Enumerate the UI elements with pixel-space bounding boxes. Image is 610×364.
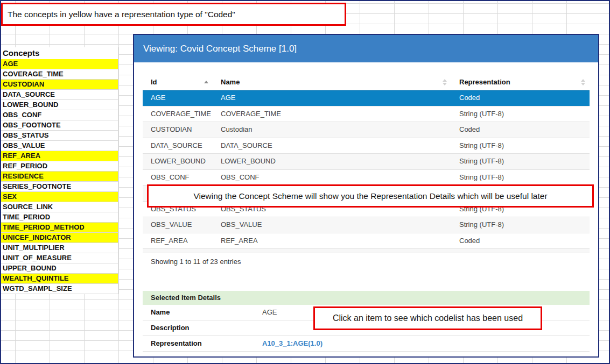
- concepts-header: Concepts: [1, 47, 118, 59]
- column-header-representation[interactable]: Representation: [451, 78, 590, 86]
- cell-representation: String (UTF-8): [451, 217, 590, 233]
- concept-cell[interactable]: REF_AREA: [1, 151, 118, 161]
- table-header: Id Name Representation: [143, 74, 590, 90]
- sort-both-icon: [443, 79, 447, 85]
- concept-cell[interactable]: SEX: [1, 192, 118, 202]
- scheme-table-body: AGEAGECodedCOVERAGE_TIMECOVERAGE_TIMEStr…: [143, 90, 590, 253]
- cell-name: DATA_SOURCE: [213, 138, 451, 154]
- table-row-partial[interactable]: [143, 249, 590, 253]
- concept-cell[interactable]: COVERAGE_TIME: [1, 69, 118, 80]
- column-header-representation-label: Representation: [459, 78, 510, 86]
- table-row[interactable]: DATA_SOURCEDATA_SOURCEString (UTF-8): [143, 138, 590, 154]
- callout-middle: Viewing the Concept Scheme will show you…: [147, 184, 594, 208]
- cell-name: OBS_CONF: [213, 170, 451, 185]
- cell-id: CUSTODIAN: [143, 122, 213, 138]
- cell-representation: String (UTF-8): [451, 106, 590, 122]
- table-row[interactable]: CUSTODIANCustodianCoded: [143, 122, 590, 138]
- concepts-items: AGECOVERAGE_TIMECUSTODIANDATA_SOURCELOWE…: [1, 59, 118, 294]
- cell-representation: Coded: [451, 122, 590, 138]
- cell-name: Custodian: [213, 122, 451, 138]
- cell-id: REF_AREA: [143, 233, 213, 249]
- callout-text: Viewing the Concept Scheme will show you…: [193, 191, 547, 201]
- cell-representation: Coded: [451, 90, 590, 106]
- details-row: RepresentationA10_3_1:AGE(1.0): [143, 336, 590, 352]
- concept-cell[interactable]: UNIT_OF_MEASURE: [1, 253, 118, 263]
- table-row[interactable]: AGEAGECoded: [143, 90, 590, 106]
- concept-cell[interactable]: SOURCE_LINK: [1, 202, 118, 212]
- concept-cell[interactable]: WGTD_SAMPL_SIZE: [1, 284, 118, 294]
- cell-name: COVERAGE_TIME: [213, 106, 451, 122]
- concept-cell[interactable]: RESIDENCE: [1, 172, 118, 182]
- cell-id: OBS_CONF: [143, 170, 213, 185]
- concept-cell[interactable]: UPPER_BOUND: [1, 263, 118, 274]
- cell-name: OBS_VALUE: [213, 217, 451, 233]
- column-header-name-label: Name: [221, 78, 240, 86]
- table-row[interactable]: COVERAGE_TIMECOVERAGE_TIMEString (UTF-8): [143, 106, 590, 123]
- callout-text: The concepts in yellow have a representa…: [8, 10, 235, 19]
- concept-cell[interactable]: TIME_PERIOD: [1, 212, 118, 223]
- concept-cell[interactable]: CUSTODIAN: [1, 80, 118, 90]
- concept-cell[interactable]: TIME_PERIOD_METHOD: [1, 223, 118, 233]
- cell-name: LOWER_BOUND: [213, 154, 451, 169]
- cell-id: AGE: [143, 90, 213, 106]
- cell-id: DATA_SOURCE: [143, 138, 213, 154]
- callout-text: Click an item to see which codelist has …: [333, 313, 523, 323]
- cell-name: REF_AREA: [213, 233, 451, 249]
- cell-id: COVERAGE_TIME: [143, 106, 213, 122]
- cell-representation: String (UTF-8): [451, 154, 590, 169]
- concept-cell[interactable]: OBS_STATUS: [1, 131, 118, 141]
- cell-id: OBS_VALUE: [143, 217, 213, 233]
- concept-cell[interactable]: UNIT_MULTIPLIER: [1, 243, 118, 253]
- concept-cell[interactable]: WEALTH_QUINTILE: [1, 274, 118, 284]
- representation-link[interactable]: A10_3_1:AGE(1.0): [262, 336, 322, 351]
- column-header-name[interactable]: Name: [213, 78, 451, 86]
- column-header-id-label: Id: [151, 78, 157, 86]
- table-row[interactable]: OBS_CONFOBS_CONFString (UTF-8): [143, 170, 590, 186]
- table-row[interactable]: REF_AREAREF_AREACoded: [143, 233, 590, 249]
- column-header-id[interactable]: Id: [143, 78, 213, 86]
- concepts-panel: Concepts AGECOVERAGE_TIMECUSTODIANDATA_S…: [1, 47, 118, 294]
- cell-id: LOWER_BOUND: [143, 154, 213, 169]
- sort-asc-icon: [204, 81, 208, 83]
- concept-table: Id Name Representation AGEAGECodedCOVERA…: [143, 74, 590, 267]
- table-row[interactable]: LOWER_BOUNDLOWER_BOUNDString (UTF-8): [143, 154, 590, 170]
- details-label: Representation: [143, 336, 262, 351]
- sort-both-icon: [581, 79, 585, 85]
- panel-title: Viewing: Covid Concept Scheme [1.0]: [134, 35, 598, 62]
- callout-top: The concepts in yellow have a representa…: [1, 3, 346, 26]
- concept-cell[interactable]: REF_PERIOD: [1, 161, 118, 172]
- table-row[interactable]: OBS_VALUEOBS_VALUEString (UTF-8): [143, 217, 590, 233]
- concept-cell[interactable]: OBS_VALUE: [1, 141, 118, 151]
- details-header: Selected Item Details: [143, 291, 590, 305]
- concept-cell[interactable]: SERIES_FOOTNOTE: [1, 182, 118, 192]
- concept-cell[interactable]: OBS_FOOTNOTE: [1, 120, 118, 131]
- cell-representation: Coded: [451, 233, 590, 249]
- concept-cell[interactable]: UNICEF_INDICATOR: [1, 233, 118, 243]
- details-value: AGE: [262, 305, 277, 320]
- table-summary: Showing 1 to 11 of 23 entries: [151, 258, 590, 267]
- cell-name: AGE: [213, 90, 451, 106]
- spreadsheet-canvas: Concepts AGECOVERAGE_TIMECUSTODIANDATA_S…: [0, 0, 610, 364]
- cell-representation: String (UTF-8): [451, 170, 590, 185]
- concept-cell[interactable]: DATA_SOURCE: [1, 90, 118, 100]
- concept-cell[interactable]: AGE: [1, 59, 118, 69]
- concept-cell[interactable]: LOWER_BOUND: [1, 100, 118, 110]
- callout-bottom: Click an item to see which codelist has …: [313, 306, 542, 330]
- concept-cell[interactable]: OBS_CONF: [1, 110, 118, 120]
- cell-representation: String (UTF-8): [451, 138, 590, 154]
- details-label: Name: [143, 305, 262, 320]
- details-label: Description: [143, 320, 262, 336]
